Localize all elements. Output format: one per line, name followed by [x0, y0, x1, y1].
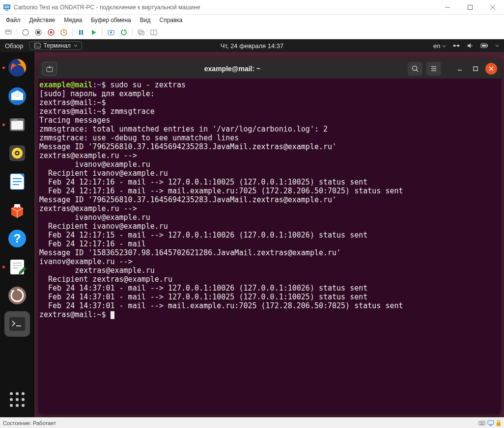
svg-point-63	[10, 398, 13, 401]
menu-view[interactable]: Вид	[140, 17, 151, 24]
terminal-close-button[interactable]	[485, 63, 497, 75]
menu-file[interactable]: Файл	[6, 17, 21, 24]
menu-action[interactable]: Действие	[29, 17, 56, 24]
svg-rect-82	[480, 422, 481, 423]
window-title: Carbonio Test на ONDATR-PC - подключение…	[14, 4, 436, 11]
dock-show-applications[interactable]	[4, 387, 30, 412]
search-icon	[411, 65, 419, 73]
tool-enhanced-session-icon[interactable]	[136, 27, 146, 38]
svg-point-11	[23, 29, 28, 35]
tool-pause-icon[interactable]	[76, 27, 86, 38]
tool-revert-icon[interactable]	[118, 27, 129, 38]
terminal-body[interactable]: example@mail:~$ sudo su - zextras[sudo] …	[38, 79, 501, 414]
menu-media[interactable]: Медиа	[64, 17, 82, 24]
dock-thunderbird[interactable]	[4, 83, 30, 109]
chevron-down-icon	[74, 44, 78, 48]
svg-rect-2	[5, 10, 8, 11]
toolbar-separator	[132, 28, 133, 36]
svg-point-66	[10, 404, 13, 407]
dock-libreoffice-writer[interactable]	[4, 169, 30, 194]
tool-share-icon[interactable]	[148, 27, 159, 38]
keyboard-icon	[478, 420, 485, 427]
statusbar-icons	[478, 420, 501, 427]
dock-files[interactable]	[4, 112, 30, 137]
svg-rect-38	[11, 121, 23, 130]
terminal-title: example@mail: ~	[61, 65, 404, 73]
windows-toolbar	[0, 26, 504, 39]
dock-text-editor[interactable]	[4, 254, 30, 280]
dock-software-updater[interactable]	[4, 283, 30, 308]
datetime-label[interactable]: Чт, 24 февраля 14:37	[221, 42, 284, 50]
svg-rect-29	[457, 45, 459, 47]
svg-rect-8	[6, 31, 7, 32]
tool-stop-icon[interactable]	[33, 27, 44, 38]
windows-menubar: Файл Действие Медиа Буфер обмена Вид Спр…	[0, 15, 504, 26]
svg-rect-9	[8, 31, 9, 32]
lock-icon	[496, 420, 501, 427]
dock-help[interactable]: ?	[4, 226, 30, 251]
minimize-button[interactable]	[436, 0, 459, 15]
windows-statusbar: Состояние: Работает	[0, 417, 504, 428]
tool-checkpoint-icon[interactable]	[106, 27, 116, 38]
svg-point-64	[16, 398, 19, 401]
svg-point-15	[50, 31, 53, 33]
svg-rect-88	[497, 423, 501, 426]
svg-marker-31	[468, 43, 471, 48]
svg-rect-78	[474, 67, 477, 71]
activities-button[interactable]: Обзор	[5, 42, 24, 50]
dock-rhythmbox[interactable]	[4, 140, 30, 166]
tool-ctrl-alt-del-icon[interactable]	[3, 27, 14, 38]
svg-point-65	[22, 398, 25, 401]
new-tab-button[interactable]	[42, 62, 57, 76]
vm-state-label: Состояние: Работает	[3, 420, 56, 426]
app-menu-terminal[interactable]: Терминал	[29, 41, 82, 50]
dock-software[interactable]	[4, 197, 30, 223]
close-button[interactable]	[481, 0, 504, 15]
hamburger-icon	[430, 65, 438, 73]
terminal-menu-button[interactable]	[426, 62, 441, 76]
tool-power-icon[interactable]	[20, 27, 31, 38]
svg-point-62	[22, 392, 25, 395]
chevron-down-icon	[442, 44, 446, 48]
ubuntu-topbar: Обзор Терминал Чт, 24 февраля 14:37 en	[0, 39, 504, 52]
terminal-minimize-button[interactable]	[454, 63, 466, 75]
volume-icon[interactable]	[467, 42, 474, 49]
svg-rect-59	[9, 317, 25, 331]
dock-firefox[interactable]	[4, 55, 30, 80]
svg-point-67	[16, 404, 19, 407]
menu-clipboard[interactable]: Буфер обмена	[91, 17, 131, 24]
svg-point-61	[16, 392, 19, 395]
svg-rect-87	[490, 425, 492, 426]
menu-help[interactable]: Справка	[159, 17, 182, 24]
svg-rect-83	[481, 422, 482, 423]
terminal-search-button[interactable]	[408, 62, 422, 76]
tool-start-icon[interactable]	[88, 27, 99, 38]
network-icon[interactable]	[453, 42, 460, 49]
svg-rect-13	[37, 31, 40, 34]
svg-rect-4	[468, 5, 473, 9]
svg-rect-33	[487, 45, 488, 47]
language-indicator[interactable]: en	[433, 42, 446, 50]
svg-text:?: ?	[14, 232, 21, 245]
terminal-window: example@mail: ~ example@mail:~$ sudo su …	[38, 59, 501, 414]
toolbar-separator	[102, 28, 103, 36]
battery-icon[interactable]	[480, 42, 488, 49]
maximize-button[interactable]	[459, 0, 481, 15]
svg-point-68	[22, 404, 25, 407]
svg-rect-27	[34, 43, 40, 48]
svg-marker-19	[92, 30, 96, 35]
svg-point-21	[110, 31, 112, 33]
tool-shutdown-icon[interactable]	[46, 27, 56, 38]
svg-rect-81	[479, 421, 485, 425]
svg-rect-85	[480, 424, 483, 425]
svg-rect-17	[79, 30, 81, 35]
vm-viewport[interactable]: Обзор Терминал Чт, 24 февраля 14:37 en	[0, 39, 504, 417]
terminal-icon	[34, 42, 41, 49]
dock-terminal[interactable]	[4, 311, 30, 337]
svg-point-72	[413, 66, 417, 71]
app-icon	[3, 3, 11, 11]
terminal-maximize-button[interactable]	[470, 63, 481, 75]
tool-reset-icon[interactable]	[58, 27, 69, 38]
terminal-titlebar[interactable]: example@mail: ~	[38, 59, 501, 79]
chevron-down-icon[interactable]	[495, 44, 499, 48]
